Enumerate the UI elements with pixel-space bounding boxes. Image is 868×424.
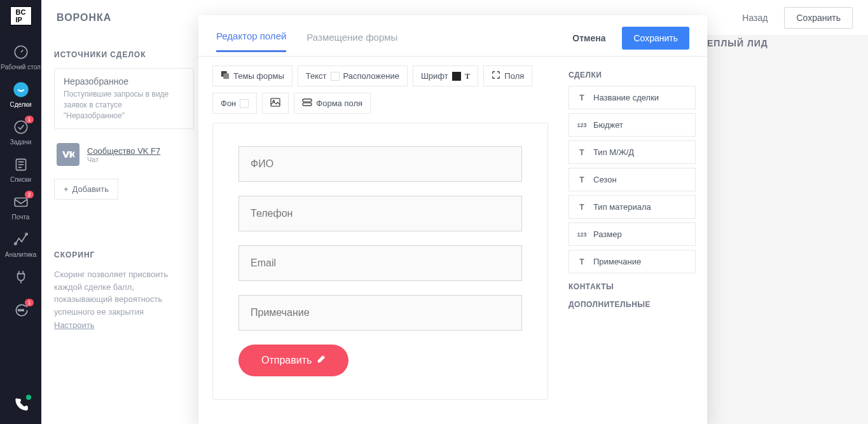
text-label: Текст [306,71,327,81]
badge: 1 [25,299,34,306]
field-note[interactable]: TПримечание [568,250,696,273]
field-type-mwd[interactable]: TТип М/Ж/Д [568,140,696,164]
vk-source-item[interactable]: Сообщество VK F7 Чат [54,138,194,171]
unsorted-title: Неразобранное [64,76,184,86]
field-material[interactable]: TТип материала [568,195,696,219]
layout-label: Расположение [343,71,399,81]
fio-input[interactable] [238,146,522,182]
cancel-button[interactable]: Отмена [563,28,614,48]
form-editor-modal: Редактор полей Размещение формы Отмена С… [198,15,707,424]
sidebar-label: Аналитика [5,251,37,258]
image-button[interactable] [262,93,289,114]
sidebar-item-deals[interactable]: Сделки [0,74,41,112]
field-deal-name[interactable]: TНазвание сделки [568,86,696,109]
add-source-button[interactable]: + Добавить [54,179,118,200]
number-type-icon: 123 [577,231,587,238]
bg-label: Фон [221,99,236,108]
sidebar-item-mail[interactable]: 2 Почта [0,187,41,224]
modal-body: Темы формы Текст Расположение Шрифт T По… [198,57,707,424]
font-label: Шрифт [421,71,448,81]
image-icon [270,98,280,109]
field-budget[interactable]: 123Бюджет [568,113,696,137]
scoring-configure-link[interactable]: Настроить [54,320,95,330]
sidebar-label: Почта [12,214,30,221]
sidebar-item-analytics[interactable]: Аналитика [0,224,41,262]
unsorted-box[interactable]: Неразобранное Поступившие запросы в виде… [54,68,194,129]
vk-icon [57,143,79,166]
submit-label: Отправить [261,355,312,366]
expand-icon [492,71,500,81]
text-type-icon: T [577,93,587,102]
form-preview: Отправить [212,123,548,400]
contacts-group-title: КОНТАКТЫ [568,282,696,291]
sidebar-item-tasks[interactable]: 1 Задачи [0,112,41,149]
tab-form-placement[interactable]: Размещение формы [307,32,397,51]
modal-save-button[interactable]: Сохранить [622,27,689,50]
svg-rect-12 [271,99,280,106]
logo: BCIP [10,6,32,25]
note-input[interactable] [238,295,522,331]
submit-button[interactable]: Отправить [238,345,348,376]
field-size[interactable]: 123Размер [568,222,696,246]
toolbar-row-1: Темы формы Текст Расположение Шрифт T По… [212,65,548,86]
vk-info: Сообщество VK F7 Чат [87,146,160,163]
sidebar-item-settings[interactable] [0,262,41,290]
analytics-icon [12,231,30,249]
text-type-icon: T [577,148,587,157]
svg-point-1 [13,82,28,97]
left-panel: ИСТОЧНИКИ СДЕЛОК Неразобранное Поступивш… [41,35,207,424]
number-type-icon: 123 [577,122,587,128]
svg-rect-14 [303,99,312,102]
page-title: ВОРОНКА [57,12,111,24]
fields-column: СДЕЛКИ TНазвание сделки 123Бюджет TТип М… [562,57,707,424]
dashboard-icon [12,43,30,61]
pencil-icon [317,355,326,366]
svg-point-8 [20,310,21,311]
shape-icon [302,98,312,109]
modal-actions: Отмена Сохранить [563,27,689,56]
svg-point-2 [15,121,27,133]
toolbar-row-2: Фон Форма поля [212,93,548,114]
field-shape-button[interactable]: Форма поля [294,93,371,114]
svg-point-9 [22,310,24,311]
stage-header: ЕПЛЫЙ ЛИД [707,38,768,48]
sources-heading: ИСТОЧНИКИ СДЕЛОК [54,50,194,59]
sidebar-item-chat[interactable]: 1 [0,295,41,323]
phone-icon [12,396,30,414]
bg-swatch [240,99,249,108]
sidebar-item-phone[interactable] [0,390,41,424]
text-type-icon: T [577,175,587,184]
fields-label: Поля [504,71,524,81]
field-season[interactable]: TСезон [568,168,696,191]
badge: 1 [25,116,34,123]
text-size-icon: T [465,71,471,81]
plug-icon [12,268,30,286]
topbar-actions: Назад Сохранить [733,7,853,29]
fieldshape-label: Форма поля [316,99,362,108]
save-button[interactable]: Сохранить [784,7,853,29]
email-input[interactable] [238,245,522,281]
deals-group-title: СДЕЛКИ [568,71,696,79]
fields-toggle-button[interactable]: Поля [483,65,532,86]
lists-icon [12,156,30,174]
phone-input[interactable] [238,196,522,231]
bg-button[interactable]: Фон [212,93,257,114]
modal-tabs: Редактор полей Размещение формы Отмена С… [198,15,707,57]
sidebar-label: Задачи [10,139,32,146]
back-button[interactable]: Назад [733,8,776,28]
sidebar-label: Сделки [10,101,31,108]
svg-rect-11 [223,73,229,79]
svg-rect-15 [303,103,312,106]
scoring-text: Скоринг позволяет присвоить каждой сделк… [54,268,194,318]
tab-field-editor[interactable]: Редактор полей [216,31,286,52]
font-button[interactable]: Шрифт T [413,65,478,86]
text-color-swatch [331,72,340,81]
sidebar-item-dashboard[interactable]: Рабочий стол [0,37,41,74]
sidebar-item-lists[interactable]: Списки [0,149,41,187]
text-button[interactable]: Текст Расположение [298,65,408,86]
scoring-section: СКОРИНГ Скоринг позволяет присвоить кажд… [54,250,194,331]
text-type-icon: T [577,257,587,266]
themes-button[interactable]: Темы формы [212,65,293,86]
svg-point-7 [18,310,19,311]
plus-icon: + [64,184,69,194]
